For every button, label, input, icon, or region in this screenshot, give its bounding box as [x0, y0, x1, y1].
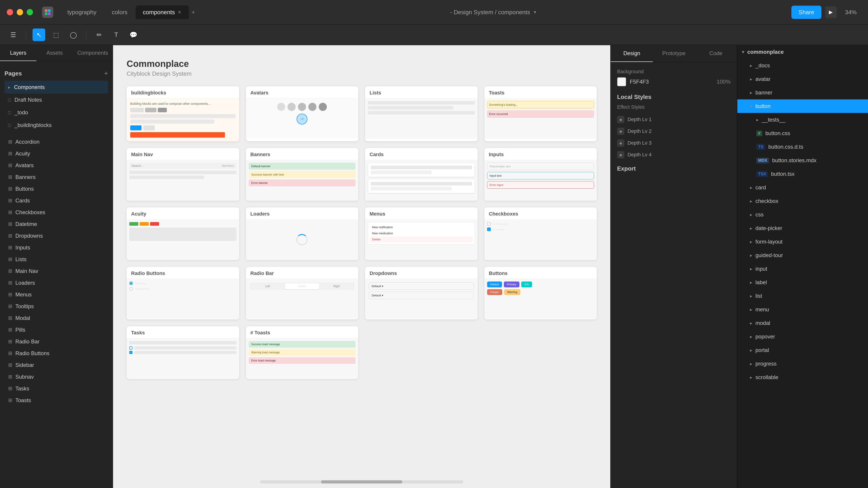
layer-item-accordion[interactable]: ⊞Accordion	[4, 136, 108, 148]
frame-tasks[interactable]: Tasks ✓	[127, 326, 239, 379]
tree-item-css[interactable]: ▸css	[737, 208, 868, 221]
layer-item-dropdowns[interactable]: ⊞Dropdowns	[4, 230, 108, 242]
layer-item-subnav[interactable]: ⊞Subnav	[4, 371, 108, 383]
zoom-control[interactable]: 34%	[840, 6, 861, 18]
layer-item-acuity[interactable]: ⊞Acuity	[4, 148, 108, 160]
tree-item-button-tsx[interactable]: TSXbutton.tsx	[737, 167, 868, 181]
page-item-buildingblocks[interactable]: □ _buildingblocks	[4, 119, 108, 131]
frame-lists[interactable]: Lists	[365, 86, 477, 141]
tree-item-card[interactable]: ▸card	[737, 181, 868, 194]
tree-item-docs[interactable]: ▸_docs	[737, 59, 868, 72]
background-color-swatch[interactable]	[617, 77, 626, 86]
layer-item-buttons[interactable]: ⊞Buttons	[4, 183, 108, 195]
tree-item-button-css-dts[interactable]: TSbutton.css.d.ts	[737, 140, 868, 154]
tree-item-tests[interactable]: ▸__tests__	[737, 113, 868, 127]
tree-item-avatar[interactable]: ▸avatar	[737, 72, 868, 86]
close-button[interactable]	[7, 9, 13, 15]
frame-menus[interactable]: Menus New notification New medication De…	[365, 207, 477, 260]
layer-item-checkboxes[interactable]: ⊞Checkboxes	[4, 206, 108, 218]
tab-close-icon[interactable]: ✕	[178, 9, 182, 15]
tree-item-list[interactable]: ▸list	[737, 289, 868, 303]
frame-radio-bar[interactable]: Radio Bar Left Middle Right	[246, 267, 359, 320]
frame-buildingblocks[interactable]: buildingblocks Building blocks are used …	[127, 86, 239, 141]
page-item-todo[interactable]: □ _todo	[4, 106, 108, 119]
frame-dropdowns[interactable]: Dropdowns Default ▾ Default ▾	[365, 267, 477, 320]
scrollbar-thumb[interactable]	[321, 480, 402, 484]
layer-item-pills[interactable]: ⊞Pills	[4, 324, 108, 336]
shape-tool[interactable]: ◯	[67, 29, 80, 41]
layer-item-menus[interactable]: ⊞Menus	[4, 289, 108, 300]
frame-banners[interactable]: Banners Default banner Success banner wi…	[246, 148, 359, 201]
frame-cards[interactable]: Cards	[365, 148, 477, 201]
chevron-down-icon[interactable]: ▾	[534, 9, 536, 15]
layer-item-banners[interactable]: ⊞Banners	[4, 171, 108, 183]
frame-toasts2[interactable]: # Toasts Success toast message Warning t…	[246, 326, 359, 379]
select-tool[interactable]: ↖	[33, 29, 45, 41]
tree-item-modal[interactable]: ▸modal	[737, 316, 868, 330]
frame-main-nav[interactable]: Main Nav Search... Members	[127, 148, 239, 201]
tree-item-button-css[interactable]: #button.css	[737, 127, 868, 140]
play-button[interactable]: ▶	[825, 6, 837, 18]
layer-item-radio-buttons[interactable]: ⊞Radio Buttons	[4, 348, 108, 359]
add-page-button[interactable]: +	[104, 70, 108, 77]
layer-item-tooltips[interactable]: ⊞Tooltips	[4, 300, 108, 312]
text-tool[interactable]: T	[110, 29, 123, 41]
layer-item-sidebar[interactable]: ⊞Sidebar	[4, 359, 108, 371]
tree-item-date-picker[interactable]: ▸date-picker	[737, 221, 868, 235]
menu-button[interactable]: ☰	[7, 29, 20, 41]
layer-item-main-nav[interactable]: ⊞Main Nav	[4, 265, 108, 277]
code-tab[interactable]: Code	[695, 45, 737, 62]
effect-style-depth-lv4[interactable]: ◈Depth Lv 4	[617, 149, 731, 161]
layer-item-modal[interactable]: ⊞Modal	[4, 312, 108, 324]
layer-item-inputs[interactable]: ⊞Inputs	[4, 242, 108, 254]
tree-root-commonplace[interactable]: ▾ commonplace	[737, 45, 868, 59]
minimize-button[interactable]	[17, 9, 23, 15]
page-item-components[interactable]: ▸ Components	[4, 81, 108, 94]
tree-item-checkbox[interactable]: ▸checkbox	[737, 194, 868, 208]
tree-item-menu[interactable]: ▸menu	[737, 303, 868, 316]
assets-tab[interactable]: Assets	[36, 45, 73, 61]
layer-item-loaders[interactable]: ⊞Loaders	[4, 277, 108, 289]
effect-style-depth-lv2[interactable]: ◈Depth Lv 2	[617, 125, 731, 137]
effect-style-depth-lv3[interactable]: ◈Depth Lv 3	[617, 137, 731, 149]
tree-item-progress[interactable]: ▸progress	[737, 357, 868, 370]
frame-inputs[interactable]: Inputs Placeholder text Input text Error…	[485, 148, 597, 201]
tree-item-popover[interactable]: ▸popover	[737, 330, 868, 344]
frame-loaders[interactable]: Loaders	[246, 207, 359, 260]
add-tab-button[interactable]: +	[191, 8, 195, 16]
layer-item-tasks[interactable]: ⊞Tasks	[4, 383, 108, 394]
effect-style-depth-lv1[interactable]: ◈Depth Lv 1	[617, 113, 731, 125]
comment-tool[interactable]: 💬	[127, 29, 140, 41]
tree-item-form-layout[interactable]: ▸form-layout	[737, 235, 868, 249]
layer-item-toasts[interactable]: ⊞Toasts	[4, 394, 108, 406]
tab-typography[interactable]: typography	[60, 5, 104, 19]
layer-item-radio-bar[interactable]: ⊞Radio Bar	[4, 336, 108, 348]
frame-checkboxes[interactable]: Checkboxes Unchecked ✓Checked	[485, 207, 597, 260]
tree-item-guided-tour[interactable]: ▸guided-tour	[737, 249, 868, 262]
tree-item-input[interactable]: ▸input	[737, 262, 868, 275]
frame-acuity[interactable]: Acuity	[127, 207, 239, 260]
page-item-draft-notes[interactable]: □ Draft Notes	[4, 94, 108, 106]
prototype-tab[interactable]: Prototype	[653, 45, 695, 62]
layer-item-lists[interactable]: ⊞Lists	[4, 254, 108, 265]
components-tab[interactable]: Components	[73, 45, 113, 61]
tree-item-portal[interactable]: ▸portal	[737, 344, 868, 357]
layer-item-datetime[interactable]: ⊞Datetime	[4, 218, 108, 230]
layers-tab[interactable]: Layers	[0, 45, 36, 61]
tree-item-button-stories[interactable]: MDXbutton.stories.mdx	[737, 154, 868, 167]
frame-toasts[interactable]: Toasts Something's loading... Error occu…	[485, 86, 597, 141]
tab-colors[interactable]: colors	[105, 5, 135, 19]
share-button[interactable]: Share	[792, 6, 822, 19]
tree-item-banner[interactable]: ▸banner	[737, 86, 868, 99]
layer-item-avatars[interactable]: ⊞Avatars	[4, 160, 108, 171]
canvas-area[interactable]: Commonplace Cityblock Design System buil…	[113, 45, 610, 488]
pen-tool[interactable]: ✏	[93, 29, 105, 41]
layer-item-cards[interactable]: ⊞Cards	[4, 195, 108, 206]
design-tab[interactable]: Design	[611, 45, 653, 62]
tree-item-scrollable[interactable]: ▸scrollable	[737, 370, 868, 384]
tree-item-button[interactable]: ▾button	[737, 99, 868, 113]
frame-avatars[interactable]: Avatars +2	[246, 86, 359, 141]
frame-tool[interactable]: ⬚	[50, 29, 62, 41]
tree-item-label[interactable]: ▸label	[737, 275, 868, 289]
tab-components[interactable]: components ✕	[135, 5, 189, 19]
